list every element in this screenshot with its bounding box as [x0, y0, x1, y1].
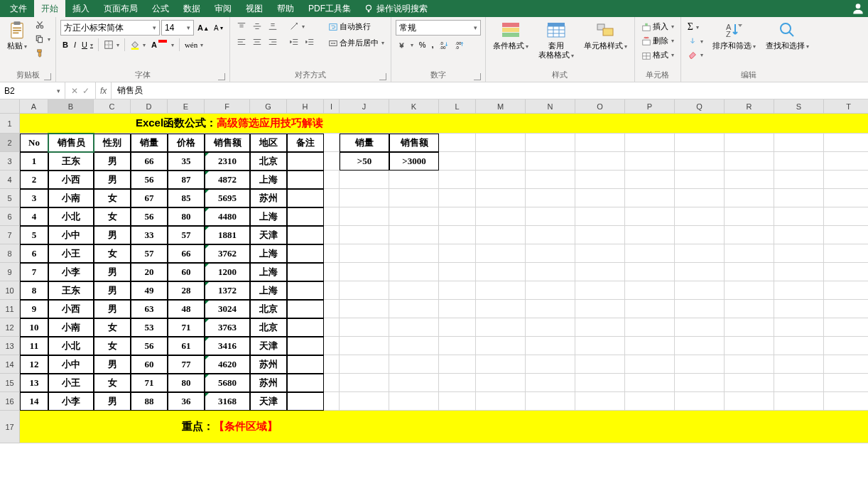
cell[interactable] [324, 300, 340, 318]
cell[interactable]: 上海 [250, 263, 287, 281]
col-header-R[interactable]: R [725, 99, 774, 113]
wrap-text-button[interactable]: 自动换行 [326, 20, 386, 33]
row-header-2[interactable]: 2 [0, 134, 19, 152]
cell[interactable] [476, 318, 526, 337]
cell[interactable] [725, 189, 774, 207]
cell[interactable] [575, 171, 625, 189]
row-header-9[interactable]: 9 [0, 263, 19, 281]
row-header-16[interactable]: 16 [0, 392, 19, 411]
cell[interactable] [824, 281, 868, 300]
cell[interactable] [774, 300, 824, 318]
cell[interactable] [725, 392, 774, 411]
cell[interactable]: 小西 [48, 171, 94, 189]
cell[interactable] [324, 392, 340, 411]
cell[interactable] [324, 355, 340, 374]
cell[interactable]: 60 [131, 355, 168, 374]
cell[interactable]: 备注 [287, 134, 324, 152]
cell[interactable]: 5680 [205, 374, 250, 392]
cell[interactable] [575, 411, 625, 443]
accept-formula-button[interactable]: ✓ [82, 86, 89, 96]
cell[interactable] [625, 207, 675, 226]
cell[interactable] [774, 392, 824, 411]
cell[interactable] [324, 189, 340, 207]
format-as-table-button[interactable]: 套用 表格格式 [534, 18, 578, 61]
cell[interactable]: 71 [168, 318, 205, 337]
cell[interactable]: 1881 [205, 226, 250, 244]
cell[interactable]: 小南 [48, 189, 94, 207]
cell[interactable] [324, 226, 340, 244]
cell[interactable]: 女 [94, 318, 131, 337]
cell[interactable]: 销售额 [389, 134, 439, 152]
cell[interactable] [287, 374, 324, 392]
col-header-N[interactable]: N [526, 99, 575, 113]
cell[interactable] [625, 226, 675, 244]
col-header-G[interactable]: G [250, 99, 287, 113]
cell-styles-button[interactable]: 单元格样式 [580, 18, 631, 52]
cell[interactable] [439, 318, 476, 337]
cell[interactable]: 11 [20, 337, 48, 355]
cell[interactable]: 地区 [250, 134, 287, 152]
cell[interactable] [824, 355, 868, 374]
cell[interactable]: 北京 [250, 152, 287, 171]
cell[interactable]: 男 [94, 226, 131, 244]
align-bottom-button[interactable] [266, 20, 280, 33]
cell[interactable] [824, 207, 868, 226]
cell[interactable] [439, 392, 476, 411]
row-header-4[interactable]: 4 [0, 171, 19, 189]
cell[interactable]: 1372 [205, 281, 250, 300]
cell[interactable] [774, 189, 824, 207]
col-header-H[interactable]: H [287, 99, 324, 113]
cell[interactable]: 7 [20, 263, 48, 281]
cell[interactable] [824, 374, 868, 392]
row-header-11[interactable]: 11 [0, 300, 19, 318]
cell[interactable]: 49 [131, 281, 168, 300]
cell[interactable] [340, 244, 389, 263]
cell[interactable] [625, 355, 675, 374]
cell[interactable] [675, 152, 725, 171]
number-format-combo[interactable]: 常规▾ [396, 20, 481, 36]
cell[interactable]: 苏州 [250, 355, 287, 374]
cell[interactable] [824, 300, 868, 318]
cell[interactable] [774, 337, 824, 355]
cell[interactable] [575, 134, 625, 152]
cell[interactable] [389, 207, 439, 226]
cell[interactable] [824, 226, 868, 244]
cell[interactable] [526, 114, 575, 134]
row-header-10[interactable]: 10 [0, 281, 19, 300]
cell[interactable]: 87 [168, 171, 205, 189]
cell[interactable] [439, 411, 476, 443]
cell[interactable]: 销量 [131, 134, 168, 152]
cell[interactable]: 重点：【条件区域】 [20, 411, 439, 443]
tab-review[interactable]: 审阅 [207, 0, 239, 18]
cell[interactable] [824, 318, 868, 337]
cell[interactable] [526, 411, 575, 443]
cell[interactable] [824, 392, 868, 411]
col-header-I[interactable]: I [324, 99, 340, 113]
cell[interactable]: 57 [131, 244, 168, 263]
tab-view[interactable]: 视图 [239, 0, 270, 18]
align-right-button[interactable] [266, 36, 280, 48]
col-header-B[interactable]: B [48, 99, 94, 113]
cell[interactable] [824, 114, 868, 134]
cell[interactable]: 53 [131, 318, 168, 337]
cell[interactable]: 小李 [48, 392, 94, 411]
cell[interactable]: 上海 [250, 281, 287, 300]
cell[interactable] [774, 355, 824, 374]
cell[interactable] [824, 171, 868, 189]
formula-input[interactable]: 销售员 [111, 82, 868, 99]
col-header-K[interactable]: K [389, 99, 439, 113]
cell[interactable] [389, 189, 439, 207]
cell[interactable] [476, 411, 526, 443]
cell[interactable] [287, 244, 324, 263]
cell[interactable] [389, 300, 439, 318]
cell[interactable]: 4620 [205, 355, 250, 374]
cell[interactable] [476, 226, 526, 244]
cell[interactable]: 上海 [250, 207, 287, 226]
cell[interactable] [287, 226, 324, 244]
border-button[interactable] [102, 38, 121, 51]
cell[interactable] [324, 318, 340, 337]
orientation-button[interactable] [287, 20, 307, 33]
cell[interactable] [389, 281, 439, 300]
cell[interactable] [476, 171, 526, 189]
cell[interactable]: >50 [340, 152, 389, 171]
